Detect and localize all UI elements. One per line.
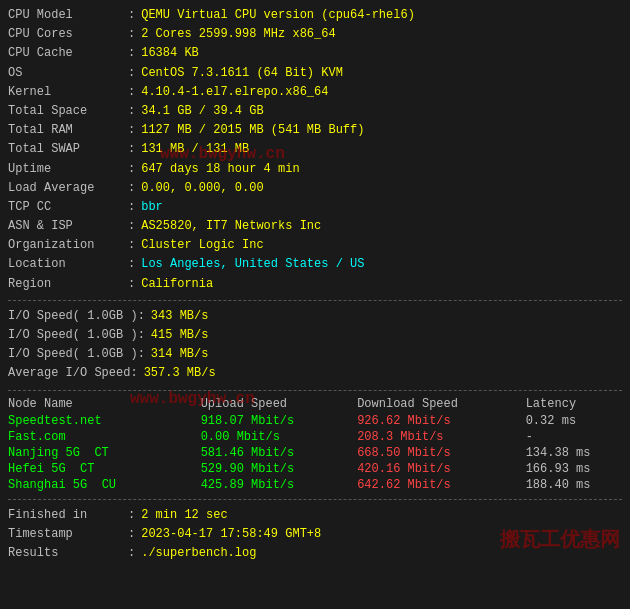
divider-3 [8, 499, 622, 500]
kernel-label: Kernel [8, 83, 128, 102]
region-colon: : [128, 275, 135, 294]
load-average-label: Load Average [8, 179, 128, 198]
finished-colon: : [128, 506, 135, 525]
total-space-colon: : [128, 102, 135, 121]
fastcom-latency: - [526, 429, 622, 445]
location-colon: : [128, 255, 135, 274]
organization-label: Organization [8, 236, 128, 255]
kernel-colon: : [128, 83, 135, 102]
io-speed-3-colon: : [138, 345, 145, 364]
cpu-cores-value: 2 Cores 2599.998 MHz x86_64 [141, 25, 335, 44]
asn-isp-value: AS25820, IT7 Networks Inc [141, 217, 321, 236]
timestamp-label: Timestamp [8, 525, 128, 544]
os-value: CentOS 7.3.1611 (64 Bit) KVM [141, 64, 343, 83]
nanjing-node-name: Nanjing 5G [8, 446, 80, 460]
fastcom-upload: 0.00 Mbit/s [201, 429, 358, 445]
hefei-download: 420.16 Mbit/s [357, 461, 526, 477]
cpu-cores-label: CPU Cores [8, 25, 128, 44]
divider-2 [8, 390, 622, 391]
results-label: Results [8, 544, 128, 563]
total-swap-colon: : [128, 140, 135, 159]
shanghai-node: Shanghai 5G CU [8, 477, 201, 493]
region-value: California [141, 275, 213, 294]
total-ram-row: Total RAM : 1127 MB / 2015 MB (541 MB Bu… [8, 121, 622, 140]
header-upload: Upload Speed [201, 397, 358, 413]
finished-label: Finished in [8, 506, 128, 525]
results-value: ./superbench.log [141, 544, 256, 563]
io-speed-3-row: I/O Speed( 1.0GB ) : 314 MB/s [8, 345, 622, 364]
total-swap-label: Total SWAP [8, 140, 128, 159]
os-colon: : [128, 64, 135, 83]
total-space-value: 34.1 GB / 39.4 GB [141, 102, 263, 121]
total-ram-colon: : [128, 121, 135, 140]
organization-colon: : [128, 236, 135, 255]
speedtest-upload: 918.07 Mbit/s [201, 413, 358, 429]
shanghai-download: 642.62 Mbit/s [357, 477, 526, 493]
shanghai-latency: 188.40 ms [526, 477, 622, 493]
timestamp-colon: : [128, 525, 135, 544]
divider-1 [8, 300, 622, 301]
os-label: OS [8, 64, 128, 83]
speedtest-download: 926.62 Mbit/s [357, 413, 526, 429]
io-speed-2-row: I/O Speed( 1.0GB ) : 415 MB/s [8, 326, 622, 345]
timestamp-value: 2023-04-17 17:58:49 GMT+8 [141, 525, 321, 544]
region-row: Region : California [8, 275, 622, 294]
os-row: OS : CentOS 7.3.1611 (64 Bit) KVM [8, 64, 622, 83]
total-swap-row: Total SWAP : 131 MB / 131 MB [8, 140, 622, 159]
load-average-colon: : [128, 179, 135, 198]
region-label: Region [8, 275, 128, 294]
io-speed-1-row: I/O Speed( 1.0GB ) : 343 MB/s [8, 307, 622, 326]
cpu-model-value: QEMU Virtual CPU version (cpu64-rhel6) [141, 6, 415, 25]
shanghai-node-name: Shanghai 5G [8, 478, 87, 492]
hefei-node-name: Hefei 5G [8, 462, 66, 476]
io-speed-1-label: I/O Speed( 1.0GB ) [8, 307, 138, 326]
tcp-cc-label: TCP CC [8, 198, 128, 217]
speed-row-speedtest: Speedtest.net 918.07 Mbit/s 926.62 Mbit/… [8, 413, 622, 429]
fastcom-node: Fast.com [8, 429, 201, 445]
total-ram-label: Total RAM [8, 121, 128, 140]
io-speed-3-label: I/O Speed( 1.0GB ) [8, 345, 138, 364]
hefei-latency: 166.93 ms [526, 461, 622, 477]
nanjing-download: 668.50 Mbit/s [357, 445, 526, 461]
average-io-label: Average I/O Speed [8, 364, 130, 383]
header-latency: Latency [526, 397, 622, 413]
tcp-cc-value: bbr [141, 198, 163, 217]
results-row: Results : ./superbench.log [8, 544, 622, 563]
uptime-colon: : [128, 160, 135, 179]
hefei-isp: CT [80, 462, 94, 476]
location-row: Location : Los Angeles, United States / … [8, 255, 622, 274]
load-average-row: Load Average : 0.00, 0.000, 0.00 [8, 179, 622, 198]
uptime-row: Uptime : 647 days 18 hour 4 min [8, 160, 622, 179]
timestamp-row: Timestamp : 2023-04-17 17:58:49 GMT+8 [8, 525, 622, 544]
finished-row: Finished in : 2 min 12 sec [8, 506, 622, 525]
cpu-cores-row: CPU Cores : 2 Cores 2599.998 MHz x86_64 [8, 25, 622, 44]
total-space-row: Total Space : 34.1 GB / 39.4 GB [8, 102, 622, 121]
organization-value: Cluster Logic Inc [141, 236, 263, 255]
cpu-cache-row: CPU Cache : 16384 KB [8, 44, 622, 63]
cpu-cores-colon: : [128, 25, 135, 44]
finished-value: 2 min 12 sec [141, 506, 227, 525]
speedtest-node: Speedtest.net [8, 413, 201, 429]
average-io-value: 357.3 MB/s [144, 364, 216, 383]
nanjing-upload: 581.46 Mbit/s [201, 445, 358, 461]
average-io-colon: : [130, 364, 137, 383]
total-ram-value: 1127 MB / 2015 MB (541 MB Buff) [141, 121, 364, 140]
organization-row: Organization : Cluster Logic Inc [8, 236, 622, 255]
io-speed-section: I/O Speed( 1.0GB ) : 343 MB/s I/O Speed(… [8, 307, 622, 384]
kernel-value: 4.10.4-1.el7.elrepo.x86_64 [141, 83, 328, 102]
location-label: Location [8, 255, 128, 274]
location-value: Los Angeles, United States / US [141, 255, 364, 274]
asn-isp-row: ASN & ISP : AS25820, IT7 Networks Inc [8, 217, 622, 236]
io-speed-3-value: 314 MB/s [151, 345, 209, 364]
uptime-label: Uptime [8, 160, 128, 179]
total-swap-value: 131 MB / 131 MB [141, 140, 249, 159]
results-colon: : [128, 544, 135, 563]
io-speed-2-label: I/O Speed( 1.0GB ) [8, 326, 138, 345]
io-speed-1-colon: : [138, 307, 145, 326]
cpu-model-colon: : [128, 6, 135, 25]
shanghai-isp: CU [102, 478, 116, 492]
average-io-row: Average I/O Speed : 357.3 MB/s [8, 364, 622, 383]
total-space-label: Total Space [8, 102, 128, 121]
io-speed-2-value: 415 MB/s [151, 326, 209, 345]
load-average-value: 0.00, 0.000, 0.00 [141, 179, 263, 198]
